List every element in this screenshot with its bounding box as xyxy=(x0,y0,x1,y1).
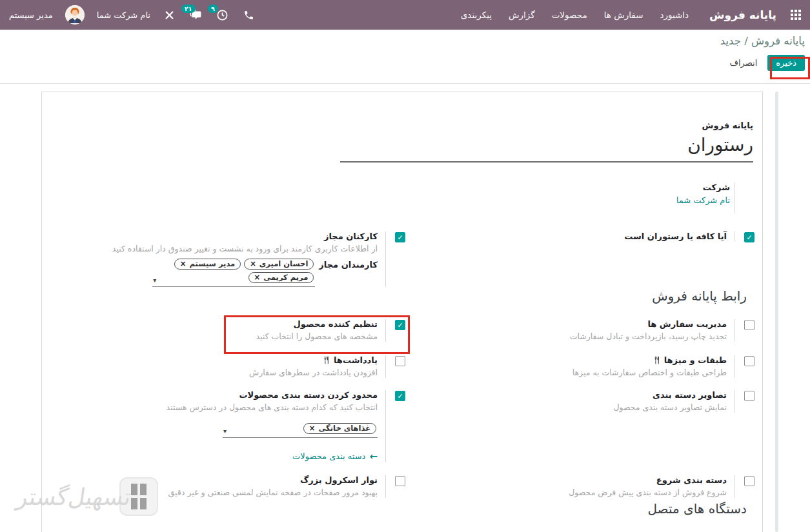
start-category-checkbox[interactable] xyxy=(744,476,754,486)
employee-tag: مدیر سیستم× xyxy=(174,259,241,270)
employee-tag: مریم کریمی× xyxy=(248,272,314,283)
save-button[interactable]: ذخیره xyxy=(767,55,805,71)
company-value-link[interactable]: نام شرکت شما xyxy=(676,195,730,205)
apps-grid-icon[interactable] xyxy=(791,10,801,20)
check-icon: ✓ xyxy=(397,321,403,330)
setting-help: شروع فروش از دسته بندی پیش فرض محصول xyxy=(569,488,727,498)
remove-tag-icon[interactable]: × xyxy=(254,273,261,282)
setting-help: افزودن یادداشت در سطرهای سفارش xyxy=(249,368,378,378)
setting-label: آیا کافه یا رستوران است xyxy=(624,232,727,241)
setting-is-restaurant: ✓ آیا کافه یا رستوران است xyxy=(624,232,754,242)
activities-clock-icon[interactable]: ۹ xyxy=(216,8,230,22)
setting-help: از اطلاعات کاربری کارمند برای ورود به نش… xyxy=(112,244,378,254)
discard-button[interactable]: انصراف xyxy=(730,58,758,68)
check-icon: ✓ xyxy=(397,392,403,400)
company-field: شرکت نام شرکت شما xyxy=(676,182,735,213)
caret-down-icon[interactable]: ▾ xyxy=(223,428,227,435)
setting-label: تصاویر دسته بندی xyxy=(653,390,727,400)
pos-name-field: پایانه فروش رستوران xyxy=(340,121,753,163)
remove-tag-icon[interactable]: × xyxy=(250,259,256,268)
employee-tag: احسان امیری× xyxy=(244,259,314,270)
main-menu: داشبورد سفارش ها محصولات گزارش پیکربندی xyxy=(461,10,689,20)
app-name[interactable]: پایانه فروش xyxy=(709,8,776,21)
setting-label: نوار اسکرول بزرگ xyxy=(300,475,378,485)
menu-configuration[interactable]: پیکربندی xyxy=(461,10,492,20)
authorized-employees-checkbox[interactable]: ✓ xyxy=(395,232,405,242)
fork-knife-icon xyxy=(322,356,330,364)
setting-authorized-employees: ✓ کارکنان مجاز از اطلاعات کاربری کارمند … xyxy=(112,232,405,287)
setting-big-scrollbar: نوار اسکرول بزرگ بهبود مرور صفحات در صفح… xyxy=(168,475,405,498)
pos-name-label: پایانه فروش xyxy=(340,121,753,130)
setting-help: مشخصه های محصول را انتخاب کنید xyxy=(256,331,378,342)
user-avatar[interactable] xyxy=(65,5,85,25)
category-input[interactable]: غذاهای خانگی× ▾ xyxy=(223,423,378,438)
top-navbar: پایانه فروش داشبورد سفارش ها محصولات گزا… xyxy=(0,0,810,30)
pos-name-input[interactable]: رستوران xyxy=(340,134,753,163)
product-categories-link[interactable]: ← دسته بندی محصولات xyxy=(292,451,378,462)
setting-label: دسته بندی شروع xyxy=(656,475,727,485)
breadcrumb-separator: / xyxy=(741,35,751,47)
product-configurator-checkbox[interactable]: ✓ xyxy=(395,320,405,330)
menu-orders[interactable]: سفارش ها xyxy=(604,10,643,20)
menu-reporting[interactable]: گزارش xyxy=(509,10,535,20)
setting-help: نمایش تصاویر دسته بندی محصول xyxy=(613,402,727,413)
setting-label: طبقات و میزها xyxy=(664,355,727,365)
restrict-categories-checkbox[interactable]: ✓ xyxy=(395,391,405,401)
setting-help: تجدید چاپ رسید، بازپرداخت و تبادل سفارشا… xyxy=(570,331,727,342)
messages-chat-icon[interactable]: ۲۱ xyxy=(189,8,203,22)
breadcrumb: پایانه فروش / جدید xyxy=(5,35,805,47)
arrow-left-icon: ← xyxy=(369,451,378,462)
order-notes-checkbox[interactable] xyxy=(395,356,405,366)
user-menu[interactable]: مدیر سیستم xyxy=(9,10,53,20)
watermark: تسهیل‌گستر xyxy=(17,477,158,516)
activities-badge: ۹ xyxy=(208,5,218,13)
tools-icon[interactable] xyxy=(163,8,177,22)
breadcrumb-pos-link[interactable]: پایانه فروش xyxy=(751,35,805,47)
setting-category-pictures: تصاویر دسته بندی نمایش تصاویر دسته بندی … xyxy=(613,390,754,413)
is-restaurant-checkbox[interactable]: ✓ xyxy=(744,232,754,242)
setting-label: مدیریت سفارش ها xyxy=(647,319,727,329)
company-label: شرکت xyxy=(676,182,730,192)
setting-start-category: دسته بندی شروع شروع فروش از دسته بندی پی… xyxy=(569,475,754,498)
control-panel: پایانه فروش / جدید ذخیره انصراف xyxy=(0,30,810,84)
systray: ۹ ۲۱ نام شرکت شما مدیر سیستم xyxy=(9,5,256,25)
setting-label: یادداشت‌ها xyxy=(334,355,378,365)
setting-order-notes: یادداشت‌ها افزودن یادداشت در سطرهای سفار… xyxy=(249,355,405,378)
menu-products[interactable]: محصولات xyxy=(552,10,587,20)
floors-tables-checkbox[interactable] xyxy=(744,356,754,366)
allowed-employees-input[interactable]: احسان امیری× مدیر سیستم× مریم کریمی× ▾ xyxy=(152,259,315,287)
category-pictures-checkbox[interactable] xyxy=(744,391,754,401)
setting-restrict-categories: ✓ محدود کردن دسته بندی محصولات انتخاب کن… xyxy=(167,390,405,462)
form-sheet: پایانه فروش رستوران شرکت نام شرکت شما ✓ … xyxy=(41,92,763,532)
allowed-employees-label: کارمندان مجاز xyxy=(319,260,378,270)
caret-down-icon[interactable]: ▾ xyxy=(153,277,156,284)
order-management-checkbox[interactable] xyxy=(744,320,754,330)
setting-help: انتخاب کنید که کدام دسته بندی های محصول … xyxy=(167,402,378,413)
menu-dashboard[interactable]: داشبورد xyxy=(660,10,689,20)
allowed-employees-field: کارمندان مجاز احسان امیری× مدیر سیستم× م… xyxy=(112,259,378,287)
phone-icon[interactable] xyxy=(242,8,256,22)
setting-help: طراحی طبقات و اختصاص سفارشات به میزها xyxy=(572,368,727,378)
remove-tag-icon[interactable]: × xyxy=(180,259,187,268)
setting-order-management: مدیریت سفارش ها تجدید چاپ رسید، بازپرداخ… xyxy=(570,319,754,342)
messages-badge: ۲۱ xyxy=(181,5,196,13)
fork-knife-icon xyxy=(653,356,661,364)
setting-label: کارکنان مجاز xyxy=(324,232,378,241)
breadcrumb-current: جدید xyxy=(720,35,741,47)
section-connected-devices: دستگاه های متصل xyxy=(647,501,747,517)
setting-label: تنظیم کننده محصول xyxy=(294,319,378,329)
check-icon: ✓ xyxy=(397,233,403,242)
setting-label: محدود کردن دسته بندی محصولات xyxy=(239,390,378,400)
setting-help: بهبود مرور صفحات در صفحه نمایش لمسی صنعت… xyxy=(168,488,378,498)
check-icon: ✓ xyxy=(746,233,752,242)
company-switcher[interactable]: نام شرکت شما xyxy=(97,10,150,20)
section-pos-interface: رابط پایانه فروش xyxy=(652,288,747,304)
category-tag: غذاهای خانگی× xyxy=(303,423,376,434)
scrollbar[interactable] xyxy=(775,92,778,532)
watermark-text: تسهیل‌گستر xyxy=(15,484,133,510)
big-scrollbar-checkbox[interactable] xyxy=(395,476,405,486)
control-panel-buttons: ذخیره انصراف xyxy=(5,55,805,71)
remove-tag-icon[interactable]: × xyxy=(309,424,316,433)
setting-floors-tables: طبقات و میزها طراحی طبقات و اختصاص سفارش… xyxy=(572,355,754,378)
setting-product-configurator: ✓ تنظیم کننده محصول مشخصه های محصول را ا… xyxy=(256,319,405,342)
